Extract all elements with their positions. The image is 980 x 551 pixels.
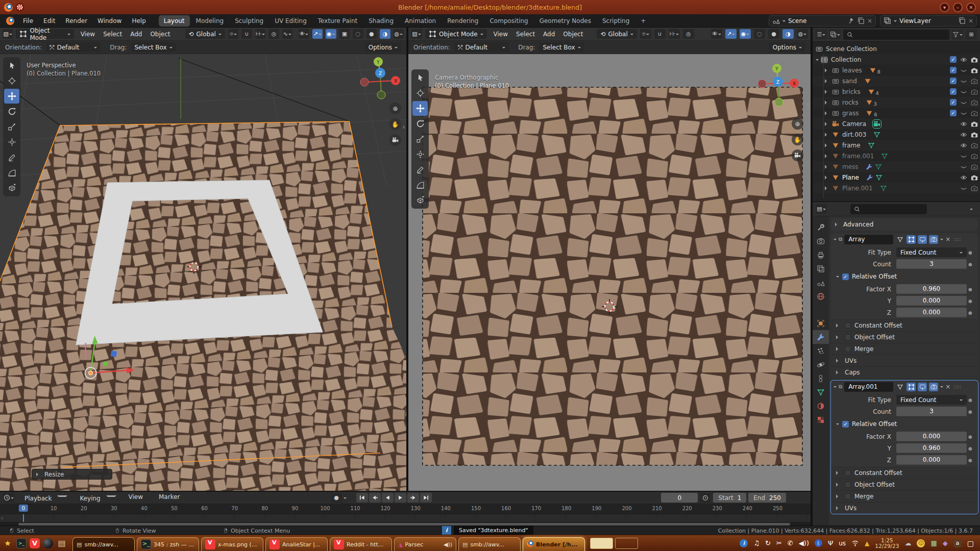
outliner-display-mode-dropdown[interactable]: ☰ xyxy=(816,30,827,39)
tool-add-cube[interactable] xyxy=(4,181,19,195)
menu-window[interactable]: Window xyxy=(93,16,126,26)
render-camera-icon[interactable] xyxy=(971,131,978,138)
fit-type-dropdown[interactable]: Fixed Count xyxy=(896,395,967,405)
editor-type-icon[interactable]: ▧ xyxy=(411,29,422,39)
outliner-row-plane-001[interactable]: Plane.001 xyxy=(813,183,980,193)
mode-dropdown[interactable]: Object Mode xyxy=(425,29,487,39)
tray-warning-icon[interactable]: ▲ xyxy=(865,540,869,547)
relative-offset-checkbox[interactable] xyxy=(842,421,849,428)
tab-render[interactable] xyxy=(813,234,829,248)
saved-notification[interactable]: i Saved "3dtexture.blend" xyxy=(442,526,533,535)
taskbar-window-smb-2[interactable]: ▤smb://awv... xyxy=(458,537,521,551)
tab-constraints[interactable] xyxy=(813,371,829,385)
camera-view-button[interactable] xyxy=(792,149,803,161)
viewport-right-canvas[interactable]: Y Z X ⊕ ✋ ‹ xyxy=(408,54,811,491)
eye-icon[interactable] xyxy=(960,120,967,128)
tool-select-box[interactable] xyxy=(412,70,428,85)
record-button[interactable]: ● xyxy=(331,493,342,503)
browser-launcher-icon[interactable] xyxy=(43,538,53,548)
outliner-filter-image-icon[interactable] xyxy=(829,30,841,39)
snap-magnet-icon[interactable]: ∪ xyxy=(654,29,666,39)
options-dropdown[interactable]: Options xyxy=(769,42,805,52)
add-workspace-button[interactable]: + xyxy=(635,15,651,27)
outliner-row-frame[interactable]: frame xyxy=(813,140,980,151)
modifier-name-field[interactable]: Array xyxy=(844,235,893,244)
factor-x-field[interactable]: 0.960 xyxy=(896,284,967,294)
menu-edit[interactable]: Edit xyxy=(39,16,60,26)
modifier-name-field[interactable]: Array.001 xyxy=(844,382,893,392)
sidebar-toggle-arrow[interactable]: ‹ xyxy=(403,123,405,131)
menu-add[interactable]: Add xyxy=(540,30,558,39)
scene-selector[interactable]: Scene × xyxy=(769,15,876,27)
tray-picker-icon[interactable]: ◆ xyxy=(943,539,948,547)
proportional-editing-icon[interactable]: ◎ xyxy=(683,29,694,39)
gizmos-toggle[interactable]: ↗ xyxy=(725,29,737,39)
tool-measure[interactable] xyxy=(4,165,19,180)
xray-toggle[interactable]: ▣ xyxy=(339,29,350,39)
tray-keyboard-layout[interactable]: us xyxy=(839,540,846,547)
tab-uv-editing[interactable]: UV Editing xyxy=(270,15,312,27)
viewport-left-canvas[interactable]: Y Z X ⊕ ✋ ‹ xyxy=(0,54,406,491)
tool-cursor[interactable] xyxy=(412,86,428,101)
animate-dot[interactable]: ● xyxy=(967,446,974,451)
terminal-launcher-icon[interactable]: >_ xyxy=(16,538,27,548)
tab-animation[interactable]: Animation xyxy=(400,15,441,27)
viewport-3d-camera[interactable]: ▧ Object Mode View Select Add Object ⟲ G… xyxy=(408,28,812,491)
menu-object[interactable]: Object xyxy=(146,30,174,39)
tool-move[interactable] xyxy=(4,89,19,104)
tab-world[interactable] xyxy=(813,289,829,303)
proportional-editing-icon[interactable]: ◎ xyxy=(268,29,279,39)
viewport-3d-user-perspective[interactable]: ▧ Object Mode View Select Add Object ⟲ G… xyxy=(0,28,407,491)
tab-scripting[interactable]: Scripting xyxy=(597,15,634,27)
proportional-falloff-dropdown[interactable]: ∿ xyxy=(282,29,292,39)
animate-dot[interactable]: ● xyxy=(967,458,974,463)
outliner-row-scene-collection[interactable]: Scene Collection xyxy=(813,43,980,54)
disclosure-icon[interactable] xyxy=(825,154,829,158)
pan-hand-button[interactable]: ✋ xyxy=(792,134,803,145)
timeline-editor-type-icon[interactable] xyxy=(3,493,14,503)
next-keyframe-button[interactable] xyxy=(407,493,419,503)
blender-menu-logo-icon[interactable] xyxy=(6,17,14,25)
tab-object[interactable] xyxy=(813,316,829,330)
close-button[interactable]: ✕ xyxy=(966,3,976,12)
properties-search-input[interactable] xyxy=(850,204,927,214)
use-preview-range-icon[interactable] xyxy=(700,493,711,503)
render-camera-off-icon[interactable] xyxy=(971,88,978,95)
disclosure-open-icon[interactable] xyxy=(816,59,819,62)
factor-z-field[interactable]: 0.000 xyxy=(896,308,967,317)
shading-rendered-icon[interactable]: ◍ xyxy=(394,29,404,39)
tab-layout[interactable]: Layout xyxy=(159,15,190,27)
outliner-row-dirt-003[interactable]: dirt.003 xyxy=(813,129,980,140)
outliner-row-mess[interactable]: mess xyxy=(813,161,980,172)
taskbar-window-blender[interactable]: Blender [/h... xyxy=(523,537,585,551)
animate-dot[interactable]: ● xyxy=(967,397,974,403)
tray-usb-icon[interactable]: Ψ xyxy=(828,539,833,547)
count-field[interactable]: 3 xyxy=(896,259,967,269)
section-merge[interactable]: Merge xyxy=(831,490,978,502)
render-camera-off-icon[interactable] xyxy=(971,163,978,170)
unlink-scene-icon[interactable]: × xyxy=(867,17,872,24)
tray-emoji-icon[interactable]: ☺ xyxy=(917,539,925,547)
section-uvs[interactable]: UVs xyxy=(831,502,978,514)
modifier-drag-handle[interactable]: ∷∷ xyxy=(953,237,961,242)
operator-panel-resize[interactable]: Resize xyxy=(32,469,112,480)
disclosure-icon[interactable] xyxy=(825,176,829,180)
eye-closed-icon[interactable] xyxy=(960,163,967,170)
snap-target-dropdown[interactable]: ⊦⊦ xyxy=(255,29,265,39)
zoom-button[interactable]: ⊕ xyxy=(792,118,803,130)
tray-phone-icon[interactable]: ✆ xyxy=(788,539,793,547)
pivot-point-dropdown[interactable]: ⌾ xyxy=(228,29,238,39)
shading-material-icon[interactable]: ◑ xyxy=(782,29,794,39)
new-scene-icon[interactable] xyxy=(857,17,865,24)
visibility-dropdown[interactable]: 👁 xyxy=(711,29,722,39)
tool-measure[interactable] xyxy=(412,178,428,192)
prev-keyframe-button[interactable] xyxy=(369,493,381,503)
section-constant-offset[interactable]: Constant Offset xyxy=(831,467,978,479)
show-in-editmode-toggle[interactable] xyxy=(906,383,916,391)
disclosure-icon[interactable] xyxy=(825,122,829,126)
modifier-close-icon[interactable]: × xyxy=(945,383,950,390)
tab-output[interactable] xyxy=(813,248,829,262)
eye-icon[interactable] xyxy=(960,142,967,149)
relative-offset-checkbox[interactable] xyxy=(842,273,849,280)
properties-options-chevron[interactable] xyxy=(970,209,973,212)
